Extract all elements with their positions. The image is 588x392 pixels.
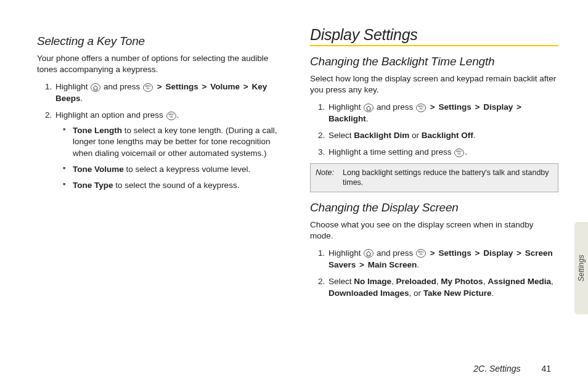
step: Highlight and press MENUOK > Settings > … [327, 248, 558, 271]
intro-key-tone: Your phone offers a number of options fo… [37, 53, 285, 75]
option-name: Assigned Media [488, 277, 551, 286]
text: . [473, 131, 476, 140]
svg-text:OK: OK [146, 88, 150, 90]
option-name: Tone Type [73, 181, 113, 190]
option-name: Preloaded [396, 277, 436, 286]
option-name: Backlight Off [422, 131, 473, 140]
text: . [465, 147, 467, 157]
text: Highlight a time setting and press [329, 147, 454, 157]
step: Select Backlight Dim or Backlight Off. [327, 130, 558, 142]
path-item: Settings [166, 82, 198, 91]
heading-key-tone: Selecting a Key Tone [37, 35, 285, 48]
steps-key-tone: Highlight and press MENUOK > Settings > … [37, 81, 285, 191]
intro-backlight: Select how long the display screen and k… [310, 73, 558, 96]
svg-text:OK: OK [419, 253, 423, 256]
step-1: Highlight and press MENUOK > Settings > … [54, 81, 285, 105]
svg-text:OK: OK [458, 153, 462, 155]
note-text: Long backlight settings reduce the batte… [343, 168, 553, 188]
chevron-icon: > [430, 248, 435, 258]
path-item: Backlight [329, 114, 366, 123]
text: Select [329, 131, 354, 140]
path-item: Display [483, 248, 513, 258]
note-label: Note: [316, 168, 339, 188]
footer-section: 2C. Settings [473, 364, 520, 374]
steps-backlight: Highlight and press MENUOK > Settings > … [310, 102, 558, 158]
step-2: Highlight an option and press MENUOK . T… [54, 110, 285, 191]
steps-display-screen: Highlight and press MENUOK > Settings > … [310, 248, 558, 300]
text: to select a keypress volume level. [124, 165, 251, 174]
step: Select No Image, Preloaded, My Photos, A… [327, 276, 558, 300]
svg-point-0 [91, 83, 100, 91]
svg-text:OK: OK [419, 108, 423, 110]
chevron-icon: > [243, 82, 248, 91]
list-item: Tone Volume to select a keypress volume … [65, 164, 285, 175]
menu-ok-icon: MENUOK [454, 149, 464, 157]
option-name: Downloaded Images [329, 288, 409, 298]
option-list: Tone Length to select a key tone length.… [55, 125, 285, 191]
path-item: Settings [439, 248, 472, 258]
heading-display-settings: Display Settings [310, 26, 558, 46]
text: Select [329, 277, 354, 286]
section-tab-label: Settings [577, 255, 586, 281]
list-item: Tone Length to select a key tone length.… [65, 125, 285, 159]
text: and press [377, 102, 415, 112]
text: . [177, 110, 179, 120]
chevron-icon: > [475, 248, 480, 258]
step: Highlight and press MENUOK > Settings > … [327, 102, 558, 125]
chevron-icon: > [359, 260, 364, 269]
text: and press [104, 82, 142, 91]
page-number: 41 [541, 364, 551, 374]
path-item: Settings [439, 102, 472, 112]
text: , or [409, 288, 423, 298]
option-name: Tone Length [73, 126, 122, 135]
text: Highlight an option and press [55, 110, 166, 120]
option-name: My Photos [441, 277, 483, 286]
text: Highlight [55, 82, 90, 91]
home-icon [91, 83, 100, 92]
menu-ok-icon: MENUOK [143, 83, 153, 92]
svg-text:OK: OK [169, 116, 173, 118]
home-icon [364, 249, 374, 258]
chevron-icon: > [475, 102, 480, 112]
chevron-icon: > [157, 82, 162, 91]
left-column: Selecting a Key Tone Your phone offers a… [37, 26, 285, 345]
section-tab: Settings [574, 222, 588, 314]
chevron-icon: > [517, 102, 521, 112]
text: and press [377, 248, 415, 258]
menu-ok-icon: MENUOK [416, 104, 426, 112]
text: or [409, 131, 422, 140]
chevron-icon: > [517, 248, 521, 258]
text: Highlight [329, 248, 363, 258]
text: . [492, 288, 494, 298]
path-item: Display [483, 102, 513, 112]
option-name: Backlight Dim [354, 131, 409, 140]
menu-ok-icon: MENUOK [416, 249, 426, 258]
step: Highlight a time setting and press MENUO… [327, 147, 558, 158]
text: to select the sound of a keypress. [113, 181, 240, 190]
path-item: Volume [210, 82, 240, 91]
option-name: Take New Picture [423, 288, 492, 298]
svg-point-14 [364, 250, 374, 258]
chevron-icon: > [202, 82, 207, 91]
svg-point-7 [364, 104, 374, 112]
menu-ok-icon: MENUOK [166, 112, 176, 120]
option-name: No Image [354, 277, 391, 286]
path-item: Main Screen [368, 260, 417, 269]
heading-backlight: Changing the Backlight Time Length [310, 55, 558, 68]
intro-display-screen: Choose what you see on the display scree… [310, 219, 558, 242]
option-name: Tone Volume [73, 165, 124, 174]
page-footer: 2C. Settings 41 [473, 364, 551, 374]
heading-display-screen: Changing the Display Screen [310, 201, 558, 214]
list-item: Tone Type to select the sound of a keypr… [65, 180, 285, 191]
note-box: Note: Long backlight settings reduce the… [310, 163, 558, 192]
home-icon [364, 104, 374, 112]
text: Highlight [329, 102, 363, 112]
chevron-icon: > [430, 102, 435, 112]
right-column: Display Settings Changing the Backlight … [310, 26, 558, 345]
